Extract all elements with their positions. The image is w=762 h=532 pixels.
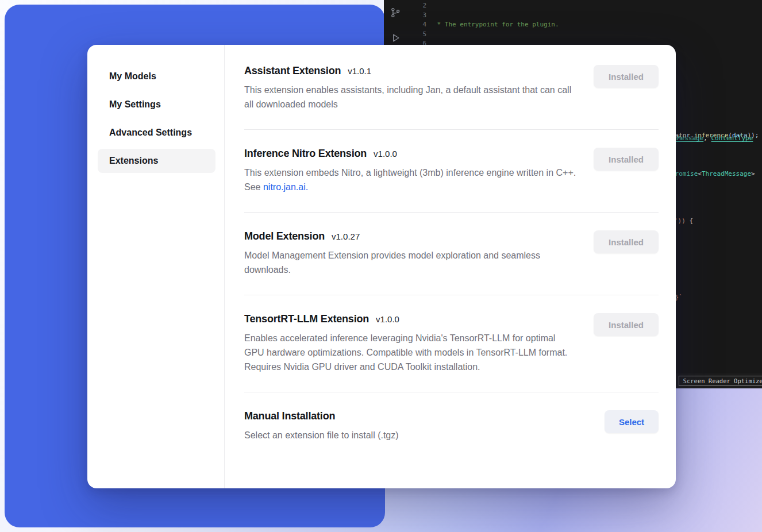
manual-installation-description: Select an extension file to install (.tg… (244, 428, 399, 442)
extension-description: This extension enables assistants, inclu… (244, 83, 576, 111)
code-line: * The entrypoint for the plugin. (433, 20, 753, 30)
extension-row-tensorrt: TensortRT-LLM Extension v1.0.0 Enables a… (244, 295, 659, 392)
installed-button[interactable]: Installed (594, 230, 659, 253)
manual-installation-title: Manual Installation (244, 410, 335, 422)
extension-version: v1.0.0 (376, 314, 399, 324)
extension-row-model: Model Extension v1.0.27 Model Management… (244, 213, 659, 295)
extension-title: TensortRT-LLM Extension (244, 313, 369, 325)
select-file-button[interactable]: Select (605, 410, 659, 433)
extension-description: Model Management Extension provides mode… (244, 248, 576, 277)
installed-button[interactable]: Installed (594, 313, 659, 336)
sidebar-item-extensions[interactable]: Extensions (98, 149, 215, 173)
extension-title: Assistant Extension (244, 65, 341, 77)
sidebar-item-my-models[interactable]: My Models (98, 64, 215, 88)
code-fragment: rator.inference(data)); (671, 132, 759, 139)
extension-row-assistant: Assistant Extension v1.0.1 This extensio… (244, 47, 659, 130)
installed-button[interactable]: Installed (594, 148, 659, 171)
settings-sidebar: My Models My Settings Advanced Settings … (87, 45, 225, 488)
settings-modal: My Models My Settings Advanced Settings … (87, 45, 676, 488)
extension-row-nitro: Inference Nitro Extension v1.0.0 This ex… (244, 130, 659, 213)
run-debug-icon[interactable] (390, 32, 401, 45)
line-number: 3 (411, 11, 426, 21)
extension-version: v1.0.1 (348, 66, 371, 76)
line-number-gutter: 2 3 4 5 6 (411, 1, 426, 49)
sidebar-item-advanced-settings[interactable]: Advanced Settings (98, 121, 215, 145)
extension-title: Inference Nitro Extension (244, 148, 367, 160)
extension-version: v1.0.27 (332, 232, 360, 241)
line-number: 4 (411, 20, 426, 30)
code-fragment: ')) { (674, 217, 693, 225)
installed-button[interactable]: Installed (594, 65, 659, 88)
line-number: 5 (411, 30, 426, 40)
nitro-link[interactable]: nitro.jan.ai. (263, 182, 308, 192)
extension-title: Model Extension (244, 230, 325, 242)
line-number: 2 (411, 1, 426, 11)
source-control-icon[interactable] (390, 7, 401, 20)
sidebar-item-my-settings[interactable]: My Settings (98, 92, 215, 117)
manual-installation-row: Manual Installation Select an extension … (244, 392, 659, 460)
extension-description: Enables accelerated inference leveraging… (244, 331, 576, 374)
extensions-panel: Assistant Extension v1.0.1 This extensio… (225, 45, 676, 488)
screen-reader-badge: Screen Reader Optimized (679, 376, 762, 386)
extension-description: This extension embeds Nitro, a lightweig… (244, 165, 576, 194)
code-fragment: Promise<ThreadMessage> (671, 170, 755, 178)
extension-version: v1.0.0 (374, 149, 397, 159)
